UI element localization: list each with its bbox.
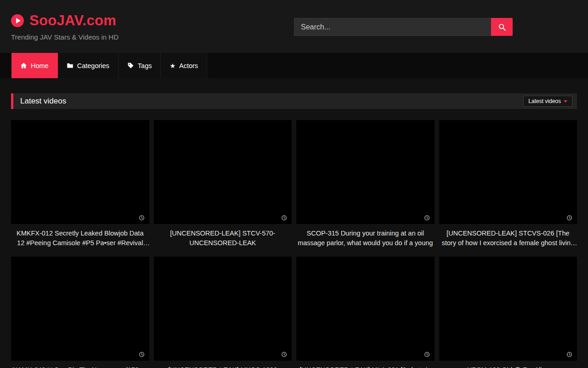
clock-icon bbox=[424, 215, 430, 221]
nav-item-tags[interactable]: Tags bbox=[119, 53, 161, 78]
search-input[interactable] bbox=[294, 18, 491, 36]
nav-item-label: Tags bbox=[138, 62, 152, 69]
video-card[interactable]: [UNCENSORED-LEAK] STCVS-026 [The story o… bbox=[439, 120, 577, 248]
video-title[interactable]: URSM-186 Girl @ Era Alice bbox=[439, 361, 577, 368]
tag-icon bbox=[127, 62, 134, 69]
play-logo-icon bbox=[11, 14, 24, 27]
video-thumbnail[interactable] bbox=[11, 120, 149, 224]
video-title[interactable]: [UNCENSORED-LEAK] MXGS-1306 Absolutely bbox=[154, 361, 292, 368]
video-card[interactable]: [UNCENSORED-LEAK] STCV-570-UNCENSORED-LE… bbox=[154, 120, 292, 248]
video-title[interactable]: [UNCENSORED-LEAK] STCVS-026 [The story o… bbox=[439, 224, 577, 248]
video-thumbnail[interactable] bbox=[11, 257, 149, 361]
video-thumbnail[interactable] bbox=[154, 120, 292, 224]
chevron-down-icon bbox=[564, 100, 567, 103]
folder-icon bbox=[67, 62, 74, 69]
video-grid: KMKFX-012 Secretly Leaked Blowjob Data 1… bbox=[11, 120, 577, 368]
main-nav: Home Categories Tags ★ Actors bbox=[0, 53, 588, 78]
site-header: SooJAV.com Trending JAV Stars & Videos i… bbox=[0, 0, 588, 53]
video-title[interactable]: KMKFX-012 Secretly Leaked Blowjob Data 1… bbox=[11, 224, 149, 248]
nav-item-categories[interactable]: Categories bbox=[58, 53, 119, 78]
sort-dropdown[interactable]: Latest videos bbox=[523, 96, 572, 107]
nav-item-home[interactable]: Home bbox=[11, 53, 58, 78]
video-title[interactable]: SCOP-315 During your training at an oil … bbox=[296, 224, 435, 248]
clock-icon bbox=[566, 351, 572, 357]
video-card[interactable]: KMKFX-012 Secretly Leaked Blowjob Data 1… bbox=[11, 120, 149, 248]
video-title[interactable]: [UNCENSORED-LEAK] STCV-570-UNCENSORED-LE… bbox=[154, 224, 292, 248]
site-tagline: Trending JAV Stars & Videos in HD bbox=[11, 33, 119, 41]
nav-item-label: Categories bbox=[77, 62, 109, 69]
video-title[interactable]: NAMH-043 H Cup Big Tits Newcomer (170cm … bbox=[11, 361, 149, 368]
site-title[interactable]: SooJAV.com bbox=[29, 12, 116, 29]
video-thumbnail[interactable] bbox=[296, 257, 435, 361]
video-thumbnail[interactable] bbox=[439, 120, 577, 224]
sort-dropdown-label: Latest videos bbox=[528, 98, 561, 104]
video-card[interactable]: [UNCENSORED-LEAK] MLA-231 [3 shots in bbox=[296, 257, 435, 368]
video-thumbnail[interactable] bbox=[154, 257, 292, 361]
video-card[interactable]: URSM-186 Girl @ Era Alice bbox=[439, 257, 577, 368]
section-header: Latest videos Latest videos bbox=[11, 93, 577, 109]
clock-icon bbox=[424, 351, 430, 357]
video-card[interactable]: NAMH-043 H Cup Big Tits Newcomer (170cm … bbox=[11, 257, 149, 368]
home-icon bbox=[20, 62, 27, 69]
clock-icon bbox=[281, 351, 287, 357]
search-icon bbox=[498, 23, 506, 31]
accent-bar bbox=[11, 93, 13, 109]
video-card[interactable]: [UNCENSORED-LEAK] MXGS-1306 Absolutely bbox=[154, 257, 292, 368]
video-card[interactable]: SCOP-315 During your training at an oil … bbox=[296, 120, 435, 248]
video-thumbnail[interactable] bbox=[296, 120, 435, 224]
nav-item-label: Actors bbox=[179, 62, 198, 69]
clock-icon bbox=[566, 215, 572, 221]
search-form bbox=[294, 18, 513, 36]
clock-icon bbox=[139, 351, 145, 357]
logo[interactable]: SooJAV.com Trending JAV Stars & Videos i… bbox=[11, 12, 119, 41]
search-button[interactable] bbox=[491, 18, 513, 36]
star-icon: ★ bbox=[170, 63, 175, 69]
clock-icon bbox=[139, 215, 145, 221]
nav-item-actors[interactable]: ★ Actors bbox=[161, 53, 207, 78]
video-title[interactable]: [UNCENSORED-LEAK] MLA-231 [3 shots in bbox=[296, 361, 435, 368]
nav-item-label: Home bbox=[31, 62, 49, 69]
video-thumbnail[interactable] bbox=[439, 257, 577, 361]
clock-icon bbox=[281, 215, 287, 221]
section-title: Latest videos bbox=[20, 97, 66, 106]
